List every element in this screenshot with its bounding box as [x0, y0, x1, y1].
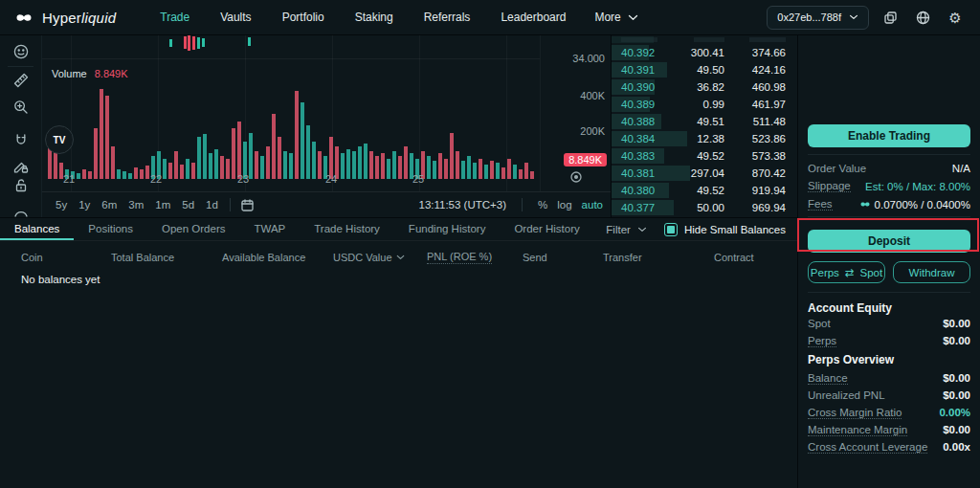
volume-bar	[375, 156, 379, 179]
timeframe-button[interactable]: 1y	[73, 199, 96, 211]
volume-bar	[306, 125, 310, 179]
language-button[interactable]	[911, 6, 934, 29]
orderbook-row[interactable]: 40.380 49.52 919.94	[612, 182, 797, 199]
orderbook-row[interactable]: 40.377 50.00 969.94	[612, 199, 797, 216]
hide-small-balances-toggle[interactable]: Hide Small Balances	[664, 223, 786, 236]
zoom-in-icon[interactable]	[12, 99, 30, 116]
withdraw-button[interactable]: Withdraw	[893, 261, 970, 283]
panel-tab[interactable]: Balances	[0, 218, 74, 240]
order-value: N/A	[952, 163, 970, 174]
panel-tab[interactable]: Positions	[74, 218, 147, 240]
filter-button[interactable]: Filter	[606, 224, 647, 235]
column-header-coin[interactable]: Coin	[21, 251, 111, 264]
nav-item-referrals[interactable]: Referrals	[409, 11, 486, 24]
panel-tab[interactable]: Trade History	[300, 218, 394, 240]
wallet-address-button[interactable]: 0x27eb...788f	[767, 6, 869, 30]
nav-item-vaults[interactable]: Vaults	[205, 11, 266, 24]
emoji-tool-icon[interactable]	[12, 43, 30, 60]
perps-value: $0.00	[943, 335, 970, 346]
panel-tab[interactable]: Open Orders	[147, 218, 239, 240]
hide-drawings-eye-icon[interactable]	[12, 205, 30, 217]
ask-price: 40.388	[621, 116, 679, 127]
cross-account-leverage-label[interactable]: Cross Account Leverage	[808, 441, 927, 454]
column-header-transfer[interactable]: Transfer	[603, 251, 714, 264]
ask-price: 40.383	[621, 150, 679, 162]
x-axis-label: 25	[412, 173, 424, 185]
balance-label[interactable]: Balance	[808, 372, 848, 385]
perps-label[interactable]: Perps	[808, 335, 836, 347]
deposit-button[interactable]: Deposit	[808, 230, 970, 253]
orderbook-row[interactable]: 40.388 49.51 511.48	[612, 113, 797, 130]
fees-label[interactable]: Fees	[808, 198, 833, 211]
orderbook-row[interactable]: 40.381 297.04 870.42	[612, 165, 797, 182]
go-to-date-icon[interactable]	[240, 198, 255, 212]
nav-item-trade[interactable]: Trade	[145, 11, 205, 24]
cross-margin-ratio-row: Cross Margin Ratio 0.00%	[808, 404, 970, 421]
divider	[808, 154, 970, 155]
chart-canvas[interactable]: Volume 8.849K 21 22 23 24 25 TV	[42, 35, 540, 191]
volume-bar	[295, 91, 299, 179]
panel-tab[interactable]: Order History	[500, 218, 593, 240]
timeframe-button[interactable]: 6m	[96, 199, 122, 211]
column-header-pnl[interactable]: PNL (ROE %)	[427, 251, 523, 264]
candlestick	[188, 35, 190, 51]
perps-spot-toggle-button[interactable]: Perps ⇄ Spot	[808, 261, 885, 283]
chart-bottom-toolbar: 5y1y6m3m1m5d1d 13:11:53 (UTC+3) % log au…	[42, 191, 611, 217]
price-axis[interactable]: 34.000 400K 200K 8.849K	[540, 35, 611, 191]
orderbook-row[interactable]: 40.384 12.38 523.86	[612, 130, 797, 147]
slippage-label[interactable]: Slippage	[808, 180, 851, 192]
column-header-send[interactable]: Send	[523, 251, 603, 264]
orderbook-row[interactable]: 40.391 49.50 424.16	[612, 61, 797, 78]
chevron-down-icon	[849, 14, 858, 20]
orderbook-row[interactable]: 40.383 49.52 573.38	[612, 147, 797, 165]
chart-clock[interactable]: 13:11:53 (UTC+3)	[419, 199, 507, 211]
column-header-usdc-value[interactable]: USDC Value	[333, 251, 427, 264]
maintenance-margin-label[interactable]: Maintenance Margin	[808, 424, 907, 436]
nav-item-leaderboard[interactable]: Leaderboard	[485, 11, 581, 24]
slippage-value[interactable]: Est: 0% / Max: 8.00%	[865, 181, 970, 192]
devices-button[interactable]	[879, 6, 902, 29]
percent-scale-button[interactable]: %	[538, 199, 547, 211]
ask-total: 461.97	[724, 99, 786, 110]
candlestick	[192, 36, 195, 50]
unlock-icon[interactable]	[12, 177, 30, 194]
ask-total: 523.86	[724, 133, 786, 144]
column-header-contract[interactable]: Contract	[714, 251, 754, 264]
chart-column: Volume 8.849K 21 22 23 24 25 TV 34.000 4…	[42, 35, 611, 217]
orderbook-row[interactable]: 40.392 300.41 374.66	[612, 44, 797, 61]
column-header-available-balance[interactable]: Available Balance	[222, 251, 333, 264]
panel-tab[interactable]: Funding History	[394, 218, 501, 240]
scroll-to-recent-icon[interactable]	[569, 170, 583, 186]
log-scale-button[interactable]: log	[557, 199, 571, 211]
tradingview-logo[interactable]: TV	[45, 125, 74, 154]
orderbook-row[interactable]: 40.389 0.99 461.97	[612, 96, 797, 113]
drawing-lock-icon[interactable]	[12, 158, 30, 175]
timeframe-button[interactable]: 3m	[122, 199, 149, 211]
enable-trading-button[interactable]: Enable Trading	[808, 124, 970, 147]
nav-more-menu[interactable]: More	[581, 11, 651, 24]
hide-small-balances-label: Hide Small Balances	[684, 224, 786, 235]
measure-ruler-icon[interactable]	[12, 72, 30, 89]
ask-price: 40.381	[621, 167, 679, 179]
timeframe-button[interactable]: 5d	[176, 199, 200, 211]
orderbook-row[interactable]: 40.390 36.82 460.98	[612, 78, 797, 96]
chart-time-controls: 13:11:53 (UTC+3) % log auto	[419, 198, 604, 211]
timeframe-button[interactable]: 5y	[50, 199, 73, 211]
cross-margin-ratio-label[interactable]: Cross Margin Ratio	[808, 407, 902, 419]
settings-button[interactable]: ⚙	[944, 6, 967, 29]
timeframe-button[interactable]: 1m	[149, 199, 176, 211]
column-header-total-balance[interactable]: Total Balance	[111, 251, 222, 264]
magnet-icon[interactable]	[12, 132, 30, 149]
x-axis-label: 22	[150, 173, 162, 185]
nav-item-portfolio[interactable]: Portfolio	[267, 11, 340, 24]
brand[interactable]: Hyperliquid	[13, 10, 116, 26]
volume-axis-label: 200K	[580, 125, 605, 137]
ask-total: 573.38	[724, 150, 786, 162]
panel-tab[interactable]: TWAP	[239, 218, 300, 240]
nav-item-staking[interactable]: Staking	[340, 11, 409, 24]
checkbox-checked-icon[interactable]	[664, 223, 678, 236]
auto-scale-button[interactable]: auto	[582, 199, 603, 211]
volume-bar	[122, 171, 126, 179]
volume-bar	[111, 146, 115, 179]
timeframe-button[interactable]: 1d	[200, 199, 224, 211]
